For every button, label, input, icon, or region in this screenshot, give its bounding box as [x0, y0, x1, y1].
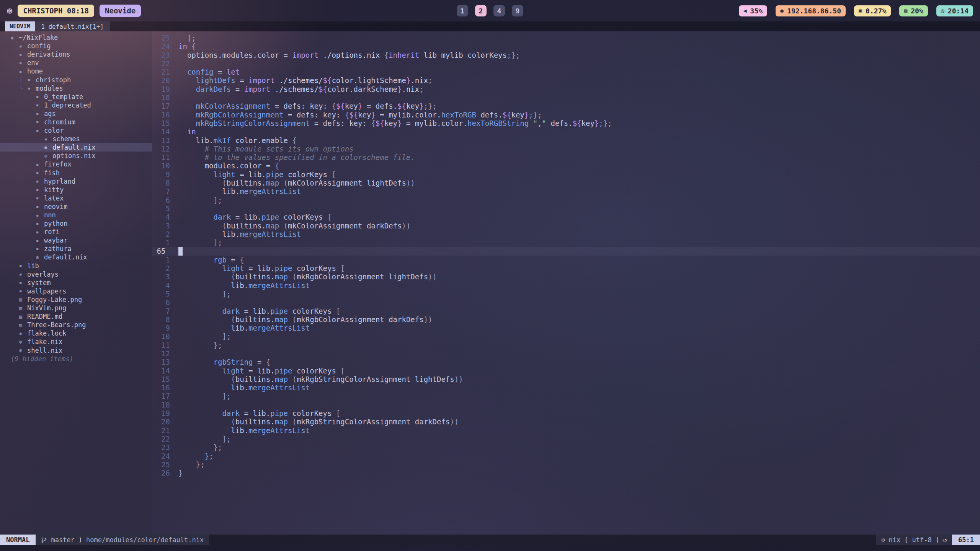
code-line[interactable]: 7 dark = lib.pipe colorKeys [	[152, 307, 980, 315]
tree-item-default.nix[interactable]: ❆default.nix	[0, 253, 152, 261]
tree-item-config[interactable]: ▪config	[0, 42, 152, 50]
code-line[interactable]: 12 # This module sets its own options	[152, 145, 980, 153]
code-line[interactable]: 22	[152, 59, 980, 68]
tree-item-default.nix[interactable]: ❆default.nix	[0, 143, 152, 152]
tree-item-waybar[interactable]: ▪waybar	[0, 236, 152, 245]
code-area[interactable]: 25 ];24in {23 options.modules.color = im…	[152, 31, 980, 535]
code-line[interactable]: 11 # to the values specified in a colors…	[152, 153, 980, 161]
tree-item-lib[interactable]: ▪lib	[0, 262, 152, 270]
tree-item-0-template[interactable]: ▪0_template	[0, 93, 152, 101]
workspace-button-9[interactable]: 9	[512, 5, 523, 16]
code-line[interactable]: 10 ];	[152, 332, 980, 341]
tree-item-wallpapers[interactable]: ▪wallpapers	[0, 287, 152, 295]
tree-item-flake.lock[interactable]: ◈flake.lock	[0, 329, 152, 337]
code-line[interactable]: 21 config = let	[152, 68, 980, 76]
tree-item-foggy-lake.png[interactable]: ▨Foggy-Lake.png	[0, 295, 152, 304]
tree-item-python[interactable]: ▪python	[0, 219, 152, 228]
code-line[interactable]: 3 (builtins.map (mkRgbColorAssignment li…	[152, 272, 980, 281]
tree-item-schemes[interactable]: ▪schemes	[0, 135, 152, 143]
tree-item-nnn[interactable]: ▪nnn	[0, 211, 152, 219]
code-line[interactable]: 18	[152, 401, 980, 409]
code-token: key	[406, 102, 419, 110]
command-line[interactable]	[0, 545, 980, 551]
tree-item-neovim[interactable]: ▪neovim	[0, 202, 152, 211]
code-line[interactable]: 14 light = lib.pipe colorKeys [	[152, 367, 980, 375]
tree-item-christoph[interactable]: │▪christoph	[0, 75, 152, 84]
code-line[interactable]: 24in {	[152, 42, 980, 51]
tree-item-system[interactable]: ▪system	[0, 279, 152, 287]
code-line[interactable]: 22 ];	[152, 435, 980, 443]
code-line[interactable]: 23 options.modules.color = import ./opti…	[152, 51, 980, 59]
code-line[interactable]: 15 mkRgbStringColorAssignment = defs: ke…	[152, 119, 980, 127]
tree-item-1-deprecated[interactable]: ▪1_deprecated	[0, 101, 152, 109]
code-line[interactable]: 5	[152, 204, 980, 213]
code-line[interactable]: 15 (builtins.map (mkRgbStringColorAssign…	[152, 375, 980, 383]
tree-item-three-bears.png[interactable]: ▨Three-Bears.png	[0, 321, 152, 329]
tree-item-kitty[interactable]: ▪kitty	[0, 186, 152, 194]
code-line[interactable]: 12	[152, 349, 980, 358]
tree-item-modules[interactable]: └▪modules	[0, 84, 152, 93]
code-line[interactable]: 11 };	[152, 341, 980, 349]
code-line[interactable]: 16 lib.mergeAttrsList	[152, 383, 980, 392]
workspace-button-2[interactable]: 2	[475, 5, 487, 16]
tree-item-flake.nix[interactable]: ❆flake.nix	[0, 337, 152, 346]
tree-item-nixflake[interactable]: ◆~/NixFlake	[0, 33, 152, 42]
code-line[interactable]: 1 ];	[152, 238, 980, 247]
code-line[interactable]: 5 ];	[152, 290, 980, 298]
tree-item-rofi[interactable]: ▪rofi	[0, 228, 152, 236]
buffer-tab[interactable]: 1 default.nix[1+]	[35, 21, 110, 31]
code-line[interactable]: 21 lib.mergeAttrsList	[152, 426, 980, 435]
code-line[interactable]: 17 mkColorAssignment = defs: key: {${key…	[152, 102, 980, 110]
code-line[interactable]: 6	[152, 298, 980, 306]
tree-item-chromium[interactable]: ▪chromium	[0, 118, 152, 126]
code-line[interactable]: 20 (builtins.map (mkRgbStringColorAssign…	[152, 417, 980, 426]
code-line[interactable]: 19 darkDefs = import ./schemes/${color.d…	[152, 85, 980, 93]
code-line[interactable]: 8 (builtins.map (mkRgbColorAssignment da…	[152, 315, 980, 324]
tree-item-overlays[interactable]: ▪overlays	[0, 270, 152, 279]
code-line[interactable]: 25 ];	[152, 34, 980, 42]
code-line[interactable]: 3 (builtins.map (mkColorAssignment darkD…	[152, 222, 980, 230]
code-line[interactable]: 19 dark = lib.pipe colorKeys [	[152, 409, 980, 417]
code-line[interactable]: 16 mkRgbColorAssignment = defs: key: {${…	[152, 111, 980, 119]
tree-item-latex[interactable]: ▪latex	[0, 194, 152, 202]
code-line[interactable]: 18	[152, 93, 980, 102]
tree-item-color[interactable]: ▪color	[0, 126, 152, 135]
tree-item-firefox[interactable]: ▪firefox	[0, 160, 152, 168]
code-line[interactable]: 10 modules.color = {	[152, 161, 980, 170]
code-line[interactable]: 13 lib.mkIf color.enable {	[152, 136, 980, 145]
code-line[interactable]: 1 rgb = {	[152, 256, 980, 264]
code-line[interactable]: 7 lib.mergeAttrsList	[152, 187, 980, 196]
code-line[interactable]: 2 light = lib.pipe colorKeys [	[152, 264, 980, 272]
code-line[interactable]: 4 dark = lib.pipe colorKeys [	[152, 213, 980, 221]
code-line-current[interactable]: 65	[152, 247, 980, 255]
tree-item-fish[interactable]: ▪fish	[0, 169, 152, 177]
workspace-button-1[interactable]: 1	[457, 5, 468, 16]
tree-item-ags[interactable]: ▪ags	[0, 109, 152, 118]
code-line[interactable]: 13 rgbString = {	[152, 358, 980, 366]
code-line[interactable]: 17 ];	[152, 392, 980, 400]
tree-item-nixvim.png[interactable]: ▨NixVim.png	[0, 304, 152, 312]
line-number: 2	[152, 264, 170, 272]
code-line[interactable]: 9 lib.mergeAttrsList	[152, 324, 980, 332]
tree-item-shell.nix[interactable]: ❆shell.nix	[0, 346, 152, 354]
workspace-button-4[interactable]: 4	[493, 5, 505, 16]
code-line[interactable]: 14 in	[152, 127, 980, 136]
code-line[interactable]: 26}	[152, 469, 980, 477]
code-line[interactable]: 4 lib.mergeAttrsList	[152, 281, 980, 290]
tree-item-home[interactable]: ▪home	[0, 67, 152, 75]
tree-item-readme.md[interactable]: ▤README.md	[0, 312, 152, 321]
code-token: lib.	[178, 383, 248, 392]
code-line[interactable]: 6 ];	[152, 196, 980, 204]
code-line[interactable]: 8 (builtins.map (mkColorAssignment light…	[152, 179, 980, 187]
code-line[interactable]: 25 };	[152, 460, 980, 469]
code-line[interactable]: 2 lib.mergeAttrsList	[152, 230, 980, 238]
code-line[interactable]: 20 lightDefs = import ./schemes/${color.…	[152, 76, 980, 85]
code-line[interactable]: 23 };	[152, 443, 980, 452]
tree-item-options.nix[interactable]: ❆options.nix	[0, 152, 152, 160]
tree-item-env[interactable]: ▪env	[0, 59, 152, 67]
code-line[interactable]: 24 };	[152, 452, 980, 460]
code-line[interactable]: 9 light = lib.pipe colorKeys [	[152, 170, 980, 179]
tree-item-derivations[interactable]: ▪derivations	[0, 50, 152, 59]
tree-item-zathura[interactable]: ▪zathura	[0, 245, 152, 253]
tree-item-hyprland[interactable]: ▪hyprland	[0, 177, 152, 186]
